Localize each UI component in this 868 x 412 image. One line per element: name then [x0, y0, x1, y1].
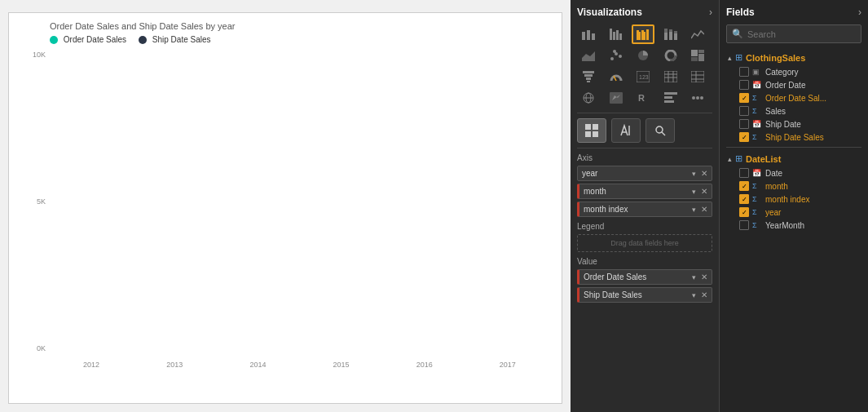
- ship-date-checkbox[interactable]: [739, 119, 749, 129]
- bar-chart-icon[interactable]: [577, 24, 600, 44]
- year-dropdown-icon[interactable]: ▾: [692, 170, 696, 178]
- table-icon[interactable]: [659, 67, 682, 86]
- category-checkbox[interactable]: [739, 67, 749, 77]
- area-chart-icon[interactable]: [577, 46, 600, 65]
- donut-icon[interactable]: [659, 46, 682, 65]
- order-date-checkbox[interactable]: [739, 80, 749, 90]
- svg-rect-5: [616, 30, 619, 40]
- pie-icon[interactable]: [632, 46, 654, 65]
- field-yearmonth[interactable]: Σ YearMonth: [726, 219, 861, 232]
- month-index-remove-icon[interactable]: ✕: [701, 205, 707, 214]
- svg-rect-28: [698, 54, 704, 61]
- order-date-sales-remove-icon[interactable]: ✕: [701, 272, 707, 281]
- clothing-sales-toggle[interactable]: ▴: [728, 54, 732, 62]
- month-index-dropdown-icon[interactable]: ▾: [692, 206, 696, 214]
- month-remove-icon[interactable]: ✕: [701, 187, 707, 196]
- field-sales[interactable]: Σ Sales: [726, 104, 861, 117]
- svg-rect-7: [637, 30, 639, 40]
- viz-icons-grid: 123 R: [577, 24, 712, 108]
- date-checkbox[interactable]: [739, 168, 749, 178]
- field-order-date[interactable]: 📅 Order Date: [726, 78, 861, 91]
- month-type-icon: Σ: [752, 182, 762, 190]
- axis-field-month-index[interactable]: month index ▾ ✕: [577, 202, 712, 217]
- year-checkbox[interactable]: ✓: [739, 207, 749, 217]
- column-chart-icon[interactable]: [605, 24, 628, 44]
- axis-field-year[interactable]: year ▾ ✕: [577, 166, 712, 181]
- order-date-name: Order Date: [765, 81, 805, 90]
- ship-date-sales-dropdown-icon[interactable]: ▾: [692, 291, 696, 299]
- sales-checkbox[interactable]: [739, 106, 749, 116]
- card-icon[interactable]: 123: [632, 67, 654, 86]
- svg-point-57: [700, 96, 703, 100]
- gauge-icon[interactable]: [605, 67, 628, 86]
- ship-date-sales-checkbox[interactable]: ✓: [739, 132, 749, 142]
- yearmonth-checkbox[interactable]: [739, 220, 749, 230]
- value-field-ship-date-sales[interactable]: Ship Date Sales ▾ ✕: [577, 287, 712, 303]
- svg-rect-58: [585, 124, 591, 130]
- field-order-date-sales[interactable]: ✓ Σ Order Date Sal...: [726, 91, 861, 104]
- month-checkbox[interactable]: ✓: [739, 181, 749, 191]
- svg-rect-14: [669, 32, 672, 40]
- x-axis: 2012 2013 2014 2015 2016 2017: [50, 361, 549, 369]
- order-date-sales-dropdown-icon[interactable]: ▾: [692, 273, 696, 281]
- kpi-icon[interactable]: R: [632, 88, 654, 108]
- svg-point-64: [656, 126, 663, 133]
- svg-point-21: [619, 55, 622, 58]
- ship-date-sales-remove-icon[interactable]: ✕: [701, 290, 707, 299]
- line-chart-icon[interactable]: [686, 24, 709, 44]
- axis-field-month[interactable]: month ▾ ✕: [577, 184, 712, 199]
- legend-drop-zone[interactable]: Drag data fields here: [577, 234, 712, 252]
- svg-rect-37: [664, 71, 677, 82]
- month-dropdown-icon[interactable]: ▾: [692, 188, 696, 196]
- group-divider: [726, 147, 861, 148]
- order-date-sales-checkbox[interactable]: ✓: [739, 93, 749, 103]
- slicer-icon[interactable]: [659, 88, 682, 108]
- order-date-sales-name: Order Date Sal...: [765, 94, 826, 103]
- stacked-column-icon[interactable]: [659, 24, 682, 44]
- scatter-icon[interactable]: [605, 46, 628, 65]
- year-remove-icon[interactable]: ✕: [701, 169, 707, 178]
- value-field-order-date-sales[interactable]: Order Date Sales ▾ ✕: [577, 269, 712, 285]
- datelist-toggle[interactable]: ▴: [728, 155, 732, 163]
- field-date[interactable]: 📅 Date: [726, 166, 861, 179]
- field-ship-date-sales[interactable]: ✓ Σ Ship Date Sales: [726, 131, 861, 144]
- format-control-button[interactable]: [611, 118, 641, 143]
- filled-map-icon[interactable]: [605, 88, 628, 108]
- date-type-icon: 📅: [752, 169, 762, 177]
- funnel-icon[interactable]: [577, 67, 600, 86]
- svg-text:123: 123: [639, 74, 649, 80]
- clothing-sales-group-header[interactable]: ▴ ⊞ ClothingSales: [726, 50, 861, 65]
- field-ship-date[interactable]: 📅 Ship Date: [726, 117, 861, 131]
- field-month[interactable]: ✓ Σ month: [726, 179, 861, 193]
- viz-panel-arrow[interactable]: ›: [709, 7, 712, 18]
- svg-rect-31: [584, 74, 593, 77]
- datelist-group-header[interactable]: ▴ ⊞ DateList: [726, 151, 861, 166]
- globe-icon[interactable]: [577, 88, 600, 108]
- field-category[interactable]: ▣ Category: [726, 65, 861, 78]
- yearmonth-name: YearMonth: [765, 221, 804, 230]
- more-visuals-icon[interactable]: [686, 88, 709, 108]
- svg-point-55: [692, 96, 695, 100]
- svg-rect-9: [641, 30, 644, 40]
- fields-control-button[interactable]: [577, 118, 606, 143]
- legend-item-ship: Ship Date Sales: [139, 35, 211, 44]
- yearmonth-type-icon: Σ: [752, 221, 762, 229]
- month-index-name: month index: [765, 195, 809, 204]
- svg-rect-2: [592, 33, 595, 40]
- month-index-checkbox[interactable]: ✓: [739, 194, 749, 204]
- datelist-group-name: DateList: [746, 154, 781, 164]
- treemap-icon[interactable]: [686, 46, 709, 65]
- clustered-column-icon[interactable]: [632, 24, 654, 44]
- search-input[interactable]: [747, 29, 860, 39]
- svg-point-56: [696, 96, 699, 100]
- analytics-control-button[interactable]: [645, 118, 675, 143]
- search-icon: 🔍: [732, 29, 743, 39]
- field-month-index[interactable]: ✓ Σ month index: [726, 193, 861, 206]
- search-box[interactable]: 🔍: [726, 24, 861, 43]
- matrix-icon[interactable]: [686, 67, 709, 86]
- fields-panel-title: Fields: [726, 7, 755, 18]
- svg-rect-16: [674, 33, 677, 40]
- field-year[interactable]: ✓ Σ year: [726, 206, 861, 219]
- fields-panel-arrow[interactable]: ›: [858, 7, 861, 18]
- svg-rect-26: [691, 50, 698, 56]
